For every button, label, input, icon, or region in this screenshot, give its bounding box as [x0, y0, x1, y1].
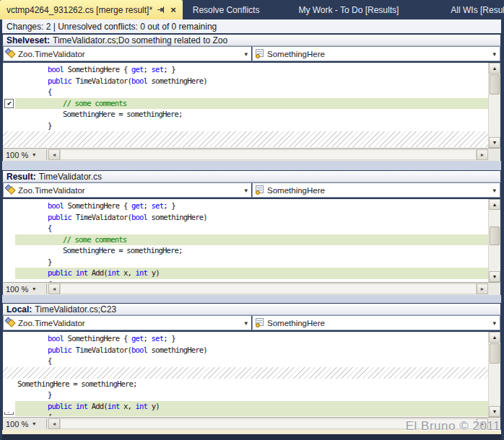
scrollbar-thumb[interactable] — [490, 74, 500, 94]
gutter — [3, 87, 15, 98]
scrollbar-corner — [488, 283, 500, 295]
gutter — [3, 356, 15, 367]
tab-merge-result[interactable]: vctmp4264_931262.cs [merge result]* × — [0, 0, 183, 19]
shelveset-pane: Shelveset: TimeValidator.cs;Do something… — [2, 34, 501, 161]
include-change-checkbox[interactable]: ✔ — [4, 99, 14, 108]
pane-header: Shelveset: TimeValidator.cs;Do something… — [2, 34, 501, 46]
gutter — [3, 345, 15, 356]
gutter — [3, 201, 15, 212]
omitted-lines-hatch — [3, 131, 488, 147]
horizontal-scroll-row: 100 % ▾ ◄ ► — [2, 282, 501, 295]
code-line: { — [3, 356, 488, 367]
code-editor[interactable]: bool SomethingHere { get; set; }public T… — [2, 199, 501, 282]
class-icon — [6, 49, 16, 58]
chevron-down-icon[interactable]: ▾ — [243, 50, 249, 58]
code-line: { — [3, 279, 488, 283]
pane-gap — [2, 295, 501, 303]
horizontal-scrollbar-track[interactable] — [60, 283, 477, 294]
gutter — [3, 212, 15, 224]
pane-title-label: Local: — [6, 304, 32, 314]
code-line: public TimeValidator(bool somethingHere) — [3, 76, 488, 87]
include-change-checkbox[interactable]: ✔ — [4, 412, 14, 415]
chevron-down-icon[interactable]: ▾ — [491, 187, 498, 194]
navigation-bar: Zoo.TimeValidator ▾ SomethingHere ▾ — [2, 315, 501, 332]
close-icon[interactable]: × — [170, 6, 176, 14]
members-combo[interactable]: SomethingHere ▾ — [252, 182, 500, 198]
scroll-up-icon[interactable]: ▲ — [489, 332, 500, 343]
code-editor[interactable]: bool SomethingHere { get; set; }public T… — [2, 63, 501, 148]
separator — [46, 283, 47, 294]
code-line: } — [3, 120, 488, 132]
gutter — [3, 390, 15, 401]
scroll-left-icon[interactable]: ◄ — [48, 149, 60, 160]
chevron-down-icon: ▾ — [32, 151, 35, 158]
code-line: { — [3, 87, 488, 98]
types-combo[interactable]: Zoo.TimeValidator ▾ — [3, 46, 252, 61]
gutter — [3, 245, 15, 257]
members-combo[interactable]: SomethingHere ▾ — [252, 315, 500, 330]
chevron-down-icon[interactable]: ▾ — [491, 50, 498, 58]
vertical-scrollbar[interactable]: ▲ ▼ — [488, 199, 500, 282]
chevron-down-icon[interactable]: ▾ — [243, 320, 249, 327]
horizontal-scrollbar-track[interactable] — [60, 149, 477, 160]
gutter — [3, 120, 15, 132]
tab-all-wis[interactable]: All WIs [Results] — [443, 0, 504, 19]
scroll-right-icon[interactable]: ► — [477, 149, 488, 160]
code-line: SomethingHere = somethingHere; — [3, 245, 488, 257]
tab-my-work[interactable]: My Work - To Do [Results] — [291, 0, 406, 19]
code-line: public int Add(int x, int y) — [3, 268, 488, 279]
tab-resolve-conflicts[interactable]: Resolve Conflicts — [186, 0, 267, 19]
pane-title-label: Result: — [6, 172, 36, 182]
scroll-down-icon[interactable]: ▼ — [489, 137, 500, 148]
zoom-dropdown[interactable]: 100 % ▾ — [3, 418, 45, 430]
gutter — [3, 401, 15, 413]
gutter — [3, 257, 15, 268]
code-line: // some comments — [3, 234, 488, 246]
merge-tool-window: vctmp4264_931262.cs [merge result]* × Re… — [0, 0, 504, 440]
vertical-scrollbar[interactable]: ▲ ▼ — [488, 63, 500, 148]
scroll-left-icon[interactable]: ◄ — [48, 283, 60, 294]
conflicts-status-bar: Changes: 2 | Unresolved conflicts: 0 out… — [2, 19, 501, 34]
tab-label: vctmp4264_931262.cs [merge result]* — [6, 5, 152, 15]
code-line: SomethingHere = somethingHere; — [3, 109, 488, 120]
scroll-right-icon[interactable]: ► — [477, 418, 488, 429]
scroll-down-icon[interactable]: ▼ — [489, 406, 500, 417]
conflicts-status-text: Changes: 2 | Unresolved conflicts: 0 out… — [6, 22, 217, 32]
zoom-dropdown[interactable]: 100 % ▾ — [3, 149, 45, 161]
gutter: ✔ — [3, 412, 15, 416]
code-line: public TimeValidator(bool somethingHere) — [3, 212, 488, 224]
pane-title-value: TimeValidator.cs — [39, 172, 102, 182]
zoom-dropdown[interactable]: 100 % ▾ — [3, 283, 45, 295]
code-line: bool SomethingHere { get; set; } — [3, 333, 488, 345]
omitted-lines-hatch — [3, 367, 488, 379]
scroll-left-icon[interactable]: ◄ — [48, 418, 60, 429]
gutter — [3, 279, 15, 283]
code-line: { — [3, 223, 488, 234]
pane-header: Local: TimeValidator.cs;C23 — [2, 303, 501, 315]
scroll-up-icon[interactable]: ▲ — [489, 199, 500, 210]
horizontal-scrollbar-track[interactable] — [60, 418, 477, 429]
types-combo[interactable]: Zoo.TimeValidator ▾ — [3, 182, 252, 198]
members-combo[interactable]: SomethingHere ▾ — [252, 46, 500, 61]
code-line: bool SomethingHere { get; set; } — [3, 64, 488, 76]
scroll-up-icon[interactable]: ▲ — [489, 63, 500, 74]
types-combo[interactable]: Zoo.TimeValidator ▾ — [3, 315, 252, 330]
vertical-scrollbar[interactable]: ▲ ▼ — [488, 332, 500, 417]
property-icon — [255, 318, 265, 327]
class-icon — [6, 318, 16, 327]
chevron-down-icon[interactable]: ▾ — [243, 187, 249, 194]
scrollbar-thumb[interactable] — [490, 226, 500, 245]
result-pane: Result: TimeValidator.cs Zoo.TimeValidat… — [2, 170, 501, 295]
pin-icon[interactable] — [157, 6, 165, 14]
code-line: } — [3, 390, 488, 401]
document-tab-bar: vctmp4264_931262.cs [merge result]* × Re… — [2, 0, 501, 19]
scroll-right-icon[interactable]: ► — [477, 283, 488, 294]
chevron-down-icon[interactable]: ▾ — [491, 320, 498, 327]
gutter — [3, 109, 15, 120]
pane-title-value: TimeValidator.cs;C23 — [35, 304, 116, 314]
code-editor[interactable]: bool SomethingHere { get; set; }public T… — [2, 332, 501, 417]
scrollbar-thumb[interactable] — [490, 343, 500, 364]
scroll-down-icon[interactable]: ▼ — [489, 271, 500, 282]
separator — [46, 418, 47, 429]
navigation-bar: Zoo.TimeValidator ▾ SomethingHere ▾ — [2, 182, 501, 199]
